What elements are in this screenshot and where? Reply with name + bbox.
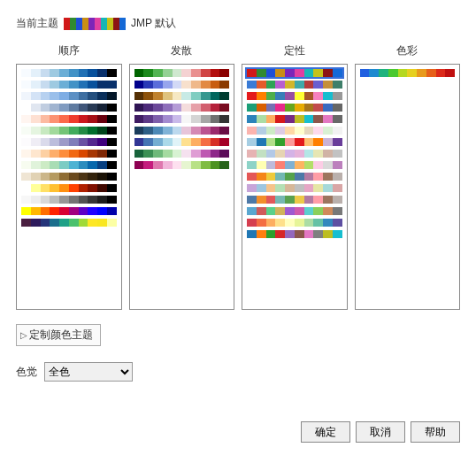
palette-row[interactable] (20, 68, 118, 78)
palette-row[interactable] (20, 126, 118, 135)
palette-row[interactable] (246, 206, 343, 216)
palette-row[interactable] (246, 103, 343, 112)
palette-row[interactable] (359, 68, 457, 78)
panel-chromatic (355, 64, 461, 310)
palette-row[interactable] (134, 68, 231, 78)
palette-row[interactable] (20, 149, 118, 158)
panel-qualitative (242, 64, 348, 310)
help-button[interactable]: 帮助 (411, 421, 460, 443)
column-title-chromatic: 色彩 (355, 43, 461, 58)
palette-row[interactable] (20, 195, 118, 204)
column-title-sequential: 顺序 (16, 43, 122, 58)
palette-row[interactable] (20, 183, 118, 193)
cancel-button[interactable]: 取消 (356, 421, 405, 443)
triangle-right-icon: ▷ (20, 330, 27, 340)
palette-row[interactable] (134, 80, 231, 89)
palette-row[interactable] (20, 137, 118, 147)
color-vision-label: 色觉 (16, 365, 37, 380)
palette-row[interactable] (134, 91, 231, 101)
current-theme-swatch (64, 18, 126, 30)
palette-row[interactable] (246, 195, 343, 204)
palette-row[interactable] (20, 80, 118, 89)
palette-row[interactable] (246, 183, 343, 193)
column-title-qualitative: 定性 (242, 43, 348, 58)
column-chromatic: 色彩 (355, 43, 461, 310)
palette-row[interactable] (246, 149, 343, 158)
palette-row[interactable] (20, 103, 118, 112)
palette-row[interactable] (246, 126, 343, 135)
panel-sequential (16, 64, 122, 310)
palette-row[interactable] (246, 137, 343, 147)
current-theme-name: JMP 默认 (131, 16, 176, 31)
current-theme-label: 当前主题 (16, 16, 58, 31)
palette-row[interactable] (20, 218, 118, 228)
current-theme-header: 当前主题 JMP 默认 (16, 16, 460, 31)
palette-row[interactable] (246, 160, 343, 170)
custom-theme-label: 定制颜色主题 (29, 328, 93, 343)
color-vision-row: 色觉 全色 (16, 362, 460, 382)
palette-row[interactable] (246, 91, 343, 101)
palette-row[interactable] (20, 172, 118, 181)
column-qualitative: 定性 (242, 43, 348, 310)
palette-row[interactable] (134, 160, 231, 170)
column-title-diverging: 发散 (129, 43, 235, 58)
palette-row[interactable] (20, 160, 118, 170)
column-sequential: 顺序 (16, 43, 122, 310)
palette-row[interactable] (134, 137, 231, 147)
palette-row[interactable] (246, 218, 343, 228)
panel-diverging (129, 64, 235, 310)
column-diverging: 发散 (129, 43, 235, 310)
palette-row[interactable] (134, 149, 231, 158)
palette-row[interactable] (134, 126, 231, 135)
palette-row[interactable] (134, 103, 231, 112)
dialog-footer: 确定 取消 帮助 (301, 421, 460, 443)
palette-columns: 顺序发散定性色彩 (16, 43, 460, 310)
palette-row[interactable] (246, 80, 343, 89)
ok-button[interactable]: 确定 (301, 421, 350, 443)
palette-row[interactable] (20, 91, 118, 101)
palette-row[interactable] (20, 206, 118, 216)
palette-row[interactable] (246, 172, 343, 181)
color-vision-select[interactable]: 全色 (44, 362, 133, 382)
palette-row[interactable] (246, 68, 343, 78)
palette-row[interactable] (246, 229, 343, 239)
palette-row[interactable] (20, 114, 118, 124)
palette-row[interactable] (134, 114, 231, 124)
custom-theme-disclosure[interactable]: ▷ 定制颜色主题 (16, 324, 101, 346)
palette-row[interactable] (246, 114, 343, 124)
